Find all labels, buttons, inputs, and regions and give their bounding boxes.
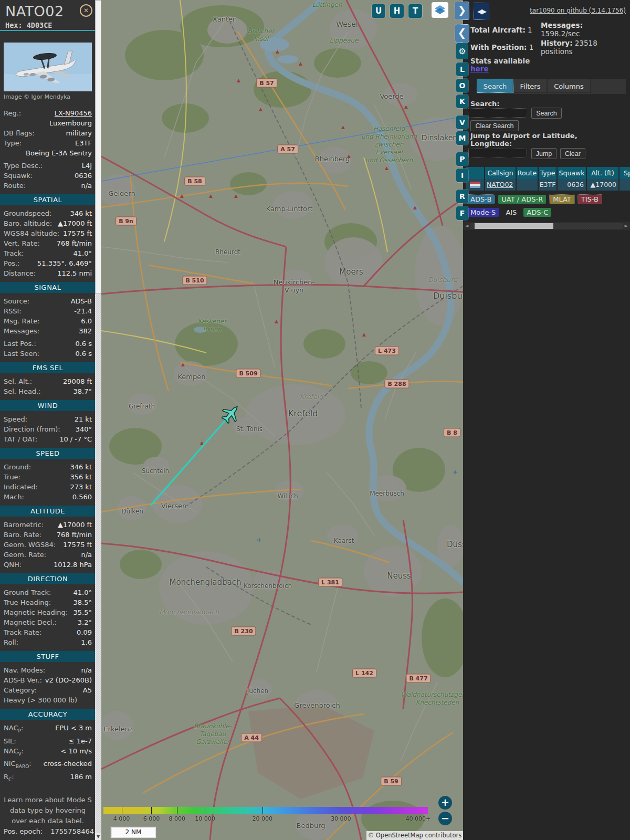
data-value: cross-checked <box>32 759 92 772</box>
data-value: 346 kt <box>31 462 92 472</box>
data-label: True: <box>4 472 20 482</box>
data-value: 340° <box>60 424 92 434</box>
osm-attribution[interactable]: © OpenStreetMap contributors <box>366 831 463 840</box>
hotkey-button-f[interactable]: F <box>456 206 468 220</box>
jump-input[interactable] <box>468 149 527 158</box>
map-canvas[interactable]: XantenWeselVoerdeDinslakenRheinbergGelde… <box>101 0 463 840</box>
section-body: Ground:346 ktTrue:356 ktIndicated:273 kt… <box>4 462 92 502</box>
callsign-link[interactable]: NATO02 <box>487 181 513 188</box>
zoom-out-button[interactable]: − <box>438 812 452 825</box>
data-row: RSSI:-21.4 <box>4 306 92 316</box>
clear-search-button[interactable]: Clear Search <box>470 120 519 131</box>
data-row: Roll:1.6 <box>4 637 92 647</box>
hotkey-button-o[interactable]: O <box>456 79 468 92</box>
sidebar-scrollbar[interactable]: ▼ <box>95 0 101 840</box>
history-suffix: positions <box>541 47 573 56</box>
legend-tick-line <box>262 807 263 814</box>
aircraft-data-rows: Reg.:LX-N90456LuxembourgDB flags:militar… <box>4 108 92 826</box>
chevron-right-icon: ❯ <box>458 4 467 16</box>
layer-selector-button[interactable] <box>432 2 448 18</box>
data-label: ADS-B Ver.: <box>4 675 42 685</box>
search-button[interactable]: Search <box>531 108 562 119</box>
data-value: ▲17000 ft <box>44 520 92 530</box>
tab-filters[interactable]: Filters <box>513 79 547 93</box>
hotkey-button-m[interactable]: M <box>456 131 468 145</box>
tab-search[interactable]: Search <box>477 79 513 93</box>
data-row: Track:41.0° <box>4 248 92 258</box>
column-header[interactable]: Route <box>517 167 538 179</box>
filter-badge-mode-s[interactable]: Mode-S <box>467 208 499 217</box>
search-input[interactable] <box>468 108 527 118</box>
hotkey-button-h[interactable]: H <box>390 4 404 18</box>
settings-button[interactable]: ⚙ <box>456 43 468 59</box>
table-cell: 0636 <box>558 179 586 191</box>
table-horizontal-scrollbar[interactable]: ◄ ► <box>463 222 630 230</box>
data-label: SIL: <box>4 736 16 746</box>
data-row: True Heading:38.5° <box>4 597 92 607</box>
filter-badge-uat-ads-r[interactable]: UAT / ADS-R <box>498 195 546 204</box>
data-value: E3TF <box>22 138 92 148</box>
data-label: NACV: <box>4 746 24 759</box>
identity-rows: Reg.:LX-N90456LuxembourgDB flags:militar… <box>4 108 92 191</box>
hotkey-button-p[interactable]: P <box>456 152 468 166</box>
legend-tick-label: 10 000 <box>195 815 215 822</box>
filter-badge-ads-c[interactable]: ADS-C <box>523 208 551 217</box>
filter-badge-ads-b[interactable]: ADS-B <box>467 195 495 204</box>
filter-badge-tis-b[interactable]: TIS-B <box>578 195 602 204</box>
scrollbar-thumb[interactable] <box>95 0 101 294</box>
hotkey-button-k[interactable]: K <box>456 94 468 108</box>
section-header: SIGNAL <box>0 282 95 293</box>
table-cell <box>517 179 538 191</box>
data-value: 3.2° <box>57 617 92 627</box>
close-icon[interactable]: ✕ <box>80 4 92 17</box>
table-row[interactable]: NATO02E3TF0636▲17000 <box>466 179 630 191</box>
scroll-left-icon[interactable]: ◄ <box>463 222 470 230</box>
hotkey-button-r[interactable]: R <box>456 190 468 203</box>
stats-here-link[interactable]: here <box>470 65 489 73</box>
filter-badge-mlat[interactable]: MLAT <box>550 195 574 204</box>
section-body: Nav. Modes:n/aADS-B Ver.:v2 (DO-260B)Cat… <box>4 665 92 705</box>
clear-jump-button[interactable]: Clear <box>560 148 585 159</box>
hotkey-button-t[interactable]: T <box>408 4 422 18</box>
scroll-down-icon[interactable]: ▼ <box>95 833 101 840</box>
column-header[interactable]: Spd <box>620 167 630 179</box>
source-filter-badges-row1: ADS-BUAT / ADS-RMLATTIS-B <box>467 195 602 204</box>
with-position-stat: With Position: 1 <box>470 43 533 51</box>
jump-button[interactable]: Jump <box>531 148 556 159</box>
expand-panel-button[interactable]: ❯ <box>455 2 469 20</box>
aircraft-photo[interactable] <box>4 43 92 91</box>
data-value: 17575 ft <box>56 540 92 550</box>
tab-columns[interactable]: Columns <box>547 79 591 93</box>
data-label: Geom. WGS84: <box>4 540 56 550</box>
swap-arrows-icon: ◀▶ <box>477 7 486 15</box>
data-row: Baro. altitude:▲17000 ft <box>4 218 92 228</box>
filter-badge-ais[interactable]: AIS <box>502 208 520 217</box>
scrollbar-thumb[interactable] <box>475 223 553 229</box>
zoom-in-button[interactable]: + <box>438 796 452 810</box>
scroll-right-icon[interactable]: ► <box>623 222 630 230</box>
column-header[interactable] <box>466 167 484 179</box>
data-row: Track Rate:0.09 <box>4 627 92 637</box>
column-header[interactable]: Squawk <box>558 167 586 179</box>
data-label: DB flags: <box>4 128 35 138</box>
toggle-panel-button[interactable]: ◀▶ <box>474 3 489 20</box>
column-header[interactable]: Callsign <box>485 167 516 179</box>
hotkey-button-i[interactable]: I <box>456 169 468 182</box>
legend-tick-line <box>151 807 152 814</box>
registration-link[interactable]: LX-N90456 <box>21 108 92 118</box>
data-value: 382 <box>39 326 92 336</box>
github-link[interactable]: tar1090 on github (3.14.1756) <box>530 7 626 14</box>
data-row: Sel. Head.:38.7° <box>4 386 92 396</box>
sidebar-content: NATO02 ✕ Hex: 4D03CE <box>0 0 95 840</box>
data-row: Pos.:51.335°, 6.469° <box>4 258 92 268</box>
data-label: Sel. Head.: <box>4 386 41 396</box>
messages-label: Messages: <box>541 21 583 29</box>
collapse-sidebar-button[interactable]: ❮ <box>455 24 469 43</box>
column-header[interactable]: Type <box>539 167 556 179</box>
column-header[interactable]: Alt. (ft) <box>587 167 618 179</box>
hotkey-button-v[interactable]: V <box>456 116 468 129</box>
scrollbar-track[interactable] <box>470 223 623 229</box>
hotkey-button-u[interactable]: U <box>372 4 385 18</box>
hotkey-button-l[interactable]: L <box>456 62 468 76</box>
data-label: Sel. Alt.: <box>4 376 32 386</box>
